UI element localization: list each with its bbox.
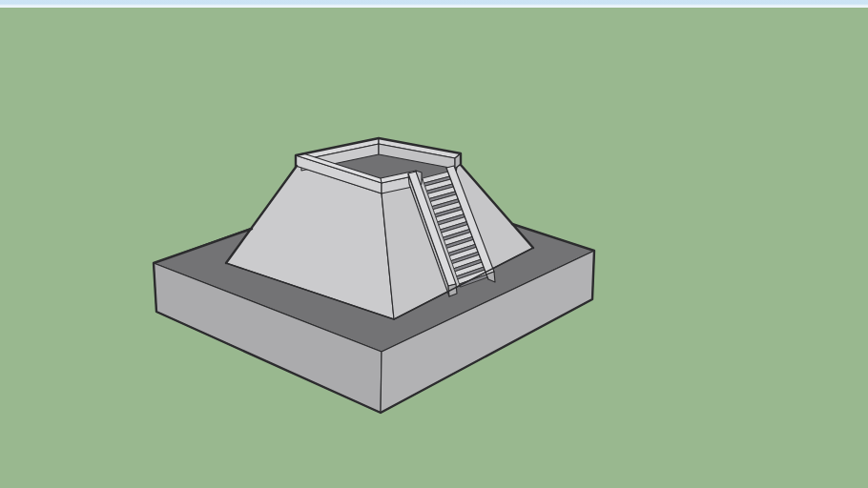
render-canvas [0, 0, 868, 488]
model-viewport[interactable] [0, 0, 868, 488]
